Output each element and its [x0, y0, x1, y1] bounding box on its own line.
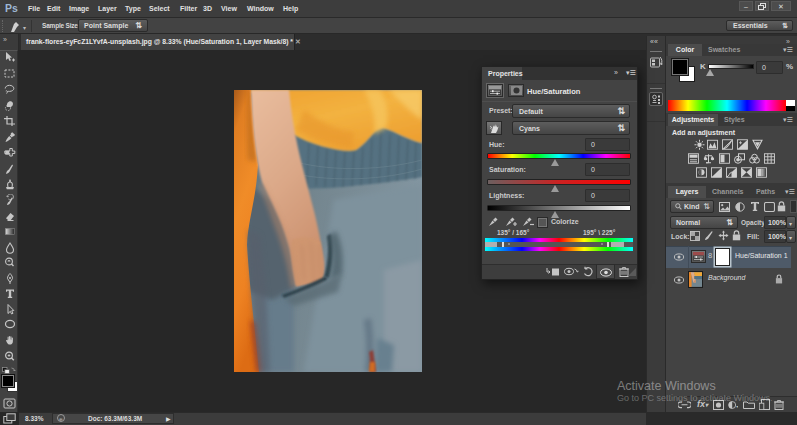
svg-text:▾: ▾ — [736, 404, 738, 409]
